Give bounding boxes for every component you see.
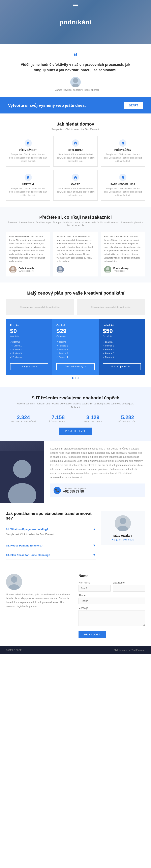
- pricing-button[interactable]: Pokračujte ročně ...: [103, 363, 141, 370]
- phone-input[interactable]: [79, 597, 145, 604]
- hthome-card: STYL DOMU Sample text. Click to select t…: [53, 135, 97, 166]
- pricing-period: Za měsíc: [56, 335, 95, 337]
- pricing-price: $29: [56, 328, 95, 334]
- pricing-feature: Funkce 2: [56, 348, 95, 351]
- it-contact-info: Zavolejte nám kdykoliv +92 555 77 88: [63, 487, 86, 493]
- testimonial-text: Proin sed libero enim sed faucibus turpi…: [104, 235, 142, 263]
- stats-grid: 2.324 PROJEKTY DOKONČENÍ 7.158 ŠŤASTNÍ K…: [8, 414, 143, 423]
- hthome-title: Jak hledat domov: [6, 122, 145, 127]
- faq-question-row[interactable]: 03. Plan Ahead for Home Planning? ▼: [6, 553, 96, 557]
- hamburger-menu[interactable]: [73, 3, 78, 6]
- pricing-title: Malý cenový plán pro vaše kreativní podn…: [6, 290, 145, 296]
- stat-label: ŠŤASTNÍ KLIENTI: [43, 421, 74, 423]
- hthome-grid: VŠE MOŽNOSTI Sample text. Click to selec…: [6, 135, 145, 200]
- faq-item[interactable]: 02. House Painting Enamels? ▼: [6, 541, 96, 550]
- stat-number: 3.129: [78, 414, 108, 421]
- svg-point-15: [11, 576, 17, 583]
- svg-point-0: [73, 78, 78, 83]
- stats-title: S IT řešením zvyšujeme obchodní úspěch: [8, 395, 143, 401]
- it-contact-phone: +92 555 77 88: [63, 490, 86, 493]
- pricing-card: podnikání $59 Za měsíc zdarmaFunkce 1Fun…: [99, 319, 145, 375]
- quote-author-wrap: — James Hawkes, generální ředitel operac…: [16, 77, 135, 91]
- hthome-card-title: STYL DOMU: [56, 149, 94, 152]
- pricing-card: Pro tým $0 Za měsíc zdarmaFunkce 1Funkce…: [6, 319, 52, 375]
- hthome-card: VŠE MOŽNOSTI Sample text. Click to selec…: [6, 135, 50, 166]
- faq-right-avatar: [115, 515, 131, 531]
- stat-number: 2.324: [8, 414, 39, 421]
- footer-left: SAMPLE PAGE: [6, 649, 22, 651]
- hero-section: podnikání: [0, 0, 151, 44]
- first-name-label: First Name: [79, 581, 111, 584]
- dots-decoration: [6, 375, 145, 381]
- phone-icon: 📞: [54, 487, 61, 494]
- svg-point-1: [71, 84, 80, 87]
- faq-title: Jak pomáháme společnostem transformovat …: [6, 511, 96, 521]
- phone-group: Phone: [79, 594, 145, 604]
- hthome-card: PÁTÉ NEBO PALUBA Sample text. Click to s…: [101, 170, 145, 201]
- faq-question: 02. House Painting Enamels?: [6, 544, 42, 547]
- pricing-features: zdarmaFunkce 1Funkce 2Funkce 3Funkce 4: [103, 340, 141, 359]
- hthome-card-text: Sample text. Click to select the text bo…: [9, 153, 47, 163]
- stat-number: 7.158: [43, 414, 74, 421]
- last-name-group: Last Name: [113, 581, 145, 592]
- contact-section: Ut enim ad minim veniam, quis nostrud ex…: [0, 566, 151, 646]
- hero-menu: [0, 3, 151, 6]
- pricing-feature: Funkce 4: [10, 355, 48, 359]
- stats-button[interactable]: PŘEJETE SI VŠE: [59, 428, 92, 435]
- stat-item: 3.129 PRACOVNÍ DOBA: [78, 414, 108, 423]
- pricing-period: Za měsíc: [103, 335, 141, 337]
- faq-left: Jak pomáháme společnostem transformovat …: [6, 511, 96, 560]
- faq-item[interactable]: 03. Plan Ahead for Home Planning? ▼: [6, 550, 96, 560]
- hthome-card: GARÁŽ Sample text. Click to select the t…: [53, 170, 97, 201]
- faq-question-row[interactable]: 02. House Painting Enamels? ▼: [6, 544, 96, 547]
- form-submit-button[interactable]: PŘIJÍT DOST: [79, 631, 106, 638]
- pricing-section: Malý cenový plán pro vaše kreativní podn…: [0, 282, 151, 387]
- hthome-card: POČTY LŮŽKY Sample text. Click to select…: [101, 135, 145, 166]
- pricing-feature: Funkce 3: [103, 351, 141, 355]
- pricing-features: zdarmaFunkce 1Funkce 2Funkce 3Funkce 4: [10, 340, 48, 359]
- testimonial-role: CEO společnosti: [19, 270, 34, 272]
- edit-placeholder-2: Click again or double click to start edi…: [77, 299, 145, 315]
- hthome-icon: [72, 174, 79, 181]
- pricing-button[interactable]: Proceed Annualy →: [56, 363, 95, 370]
- cta-text: Vytvořte si svůj vysněný web ještě dnes.: [8, 103, 86, 108]
- faq-right-title: Máte otázky?: [105, 534, 141, 537]
- faq-answer: Sample text. Click to select the Font El…: [6, 531, 96, 538]
- hthome-icon: [119, 174, 126, 181]
- faq-right: Máte otázky? + 1 (234) 567-8910: [101, 511, 145, 560]
- testimonial-card: Proin sed libero enim sed faucibus turpi…: [6, 231, 50, 276]
- testimonial-name: Frank Kinney: [113, 267, 129, 270]
- contact-avatar: [6, 574, 22, 590]
- cta-button[interactable]: START: [124, 102, 143, 109]
- hthome-icon: [72, 140, 79, 147]
- hthome-card-title: PÁTÉ NEBO PALUBA: [104, 183, 142, 186]
- svg-point-9: [13, 460, 31, 478]
- testimonial-author: Frank Kinney Tvůrčí ředitel: [104, 266, 142, 273]
- dot: [72, 377, 73, 379]
- cta-banner: Vytvořte si svůj vysněný web ještě dnes.…: [0, 97, 151, 114]
- stat-label: RŮZNÉ POLOŽKY: [112, 421, 143, 423]
- testimonial-author: [57, 266, 94, 273]
- pricing-feature: Funkce 4: [56, 355, 95, 359]
- pricing-feature: Funkce 3: [10, 351, 48, 355]
- faq-question-row[interactable]: 01. What is off page seo building? ▲: [6, 527, 96, 531]
- hthome-icon: [25, 174, 32, 181]
- testimonial-author: Celia Almeida CEO společnosti: [9, 266, 47, 273]
- it-person-image: [0, 441, 44, 503]
- chevron-down-icon: ▲: [93, 527, 96, 531]
- hthome-card-text: Sample text. Click to select the text bo…: [56, 153, 94, 163]
- last-name-input[interactable]: [113, 585, 145, 592]
- chevron-down-icon: ▼: [93, 544, 96, 547]
- edit-placeholder-1: Click again or double click to start edi…: [6, 299, 74, 315]
- svg-point-7: [105, 271, 111, 273]
- pricing-button[interactable]: Nabýt zdarma: [10, 363, 48, 370]
- pricing-feature: Funkce 1: [56, 344, 95, 348]
- faq-item[interactable]: 01. What is off page seo building? ▲ Sam…: [6, 525, 96, 541]
- message-textarea[interactable]: [79, 610, 145, 626]
- first-name-input[interactable]: [79, 585, 111, 592]
- stat-number: 5.282: [112, 414, 143, 421]
- quote-author: — James Hawkes, generální ředitel operac…: [52, 89, 99, 91]
- dot: [75, 377, 76, 379]
- testimonial-role: Tvůrčí ředitel: [113, 270, 129, 272]
- contact-right: Name First Name Last Name Phone Message: [79, 574, 145, 638]
